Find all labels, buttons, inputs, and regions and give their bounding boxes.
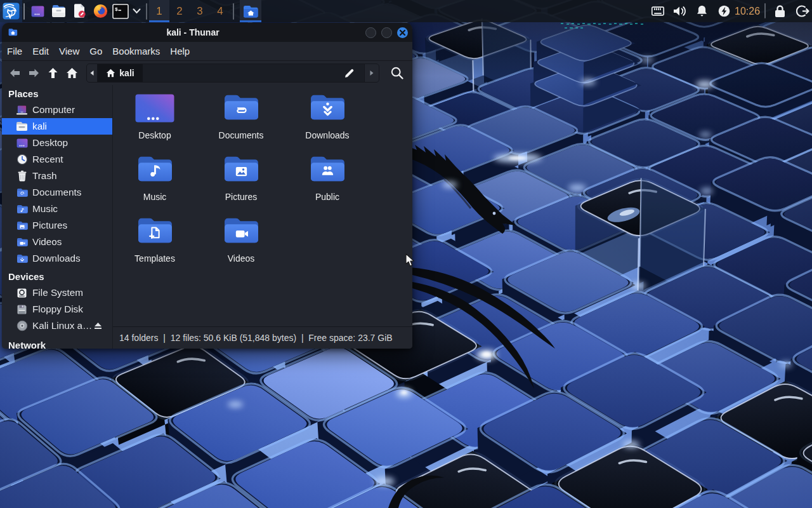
svg-text:$: $ bbox=[115, 6, 118, 11]
